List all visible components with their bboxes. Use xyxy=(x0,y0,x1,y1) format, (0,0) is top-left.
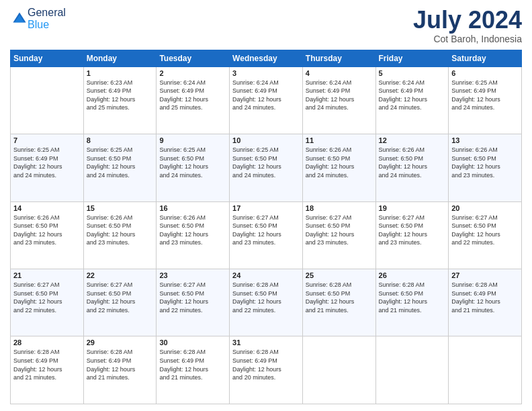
table-row: 2Sunrise: 6:24 AM Sunset: 6:49 PM Daylig… xyxy=(157,66,230,134)
table-row: 1Sunrise: 6:23 AM Sunset: 6:49 PM Daylig… xyxy=(83,66,157,134)
day-info: Sunrise: 6:26 AM Sunset: 6:50 PM Dayligh… xyxy=(379,146,446,179)
page: General Blue July 2024 Cot Baroh, Indone… xyxy=(0,0,532,411)
table-row: 12Sunrise: 6:26 AM Sunset: 6:50 PM Dayli… xyxy=(375,134,449,201)
calendar-week-row: 21Sunrise: 6:27 AM Sunset: 6:50 PM Dayli… xyxy=(11,269,522,336)
table-row: 7Sunrise: 6:25 AM Sunset: 6:49 PM Daylig… xyxy=(11,134,84,201)
table-row: 19Sunrise: 6:27 AM Sunset: 6:50 PM Dayli… xyxy=(375,201,449,269)
day-number: 3 xyxy=(232,69,300,77)
table-row: 29Sunrise: 6:28 AM Sunset: 6:49 PM Dayli… xyxy=(83,336,157,404)
day-info: Sunrise: 6:27 AM Sunset: 6:50 PM Dayligh… xyxy=(13,281,81,314)
day-info: Sunrise: 6:23 AM Sunset: 6:49 PM Dayligh… xyxy=(87,79,154,112)
col-monday: Monday xyxy=(83,50,157,66)
day-number: 13 xyxy=(451,136,519,144)
day-number: 6 xyxy=(451,69,519,77)
day-number: 20 xyxy=(451,204,519,212)
day-number: 14 xyxy=(13,204,81,212)
location: Cot Baroh, Indonesia xyxy=(413,34,522,44)
day-info: Sunrise: 6:26 AM Sunset: 6:50 PM Dayligh… xyxy=(306,146,373,179)
col-tuesday: Tuesday xyxy=(157,50,230,66)
table-row: 13Sunrise: 6:26 AM Sunset: 6:50 PM Dayli… xyxy=(449,134,522,201)
day-number: 18 xyxy=(306,204,373,212)
day-number: 16 xyxy=(159,204,226,212)
day-number: 7 xyxy=(13,136,81,144)
col-wednesday: Wednesday xyxy=(230,50,303,66)
table-row: 15Sunrise: 6:26 AM Sunset: 6:50 PM Dayli… xyxy=(83,201,157,269)
col-thursday: Thursday xyxy=(302,50,375,66)
table-row: 8Sunrise: 6:25 AM Sunset: 6:50 PM Daylig… xyxy=(83,134,157,201)
day-info: Sunrise: 6:28 AM Sunset: 6:49 PM Dayligh… xyxy=(232,348,300,381)
header: General Blue July 2024 Cot Baroh, Indone… xyxy=(10,7,522,44)
day-number: 12 xyxy=(379,136,446,144)
day-info: Sunrise: 6:28 AM Sunset: 6:50 PM Dayligh… xyxy=(379,281,446,314)
day-number: 29 xyxy=(87,338,154,347)
day-number: 1 xyxy=(87,69,154,77)
table-row: 23Sunrise: 6:27 AM Sunset: 6:50 PM Dayli… xyxy=(157,269,230,336)
month-title: July 2024 xyxy=(413,7,522,34)
day-number: 21 xyxy=(13,271,81,279)
day-info: Sunrise: 6:24 AM Sunset: 6:49 PM Dayligh… xyxy=(232,79,300,112)
day-info: Sunrise: 6:26 AM Sunset: 6:50 PM Dayligh… xyxy=(13,214,81,247)
day-info: Sunrise: 6:27 AM Sunset: 6:50 PM Dayligh… xyxy=(306,214,373,247)
day-number: 22 xyxy=(87,271,154,279)
table-row: 4Sunrise: 6:24 AM Sunset: 6:49 PM Daylig… xyxy=(302,66,375,134)
table-row: 10Sunrise: 6:25 AM Sunset: 6:50 PM Dayli… xyxy=(230,134,303,201)
table-row: 28Sunrise: 6:28 AM Sunset: 6:49 PM Dayli… xyxy=(11,336,84,404)
day-number: 5 xyxy=(379,69,446,77)
day-info: Sunrise: 6:28 AM Sunset: 6:49 PM Dayligh… xyxy=(13,348,81,381)
table-row xyxy=(375,336,449,404)
calendar-header-row: Sunday Monday Tuesday Wednesday Thursday… xyxy=(11,50,522,66)
day-info: Sunrise: 6:24 AM Sunset: 6:49 PM Dayligh… xyxy=(379,79,446,112)
day-info: Sunrise: 6:27 AM Sunset: 6:50 PM Dayligh… xyxy=(451,214,519,247)
day-info: Sunrise: 6:28 AM Sunset: 6:49 PM Dayligh… xyxy=(159,348,226,381)
calendar-week-row: 1Sunrise: 6:23 AM Sunset: 6:49 PM Daylig… xyxy=(11,66,522,134)
logo-icon xyxy=(11,11,28,27)
day-number: 8 xyxy=(87,136,154,144)
day-number: 30 xyxy=(159,338,226,347)
table-row: 20Sunrise: 6:27 AM Sunset: 6:50 PM Dayli… xyxy=(449,201,522,269)
day-info: Sunrise: 6:25 AM Sunset: 6:50 PM Dayligh… xyxy=(87,146,154,179)
day-info: Sunrise: 6:28 AM Sunset: 6:50 PM Dayligh… xyxy=(232,281,300,314)
table-row: 30Sunrise: 6:28 AM Sunset: 6:49 PM Dayli… xyxy=(157,336,230,404)
table-row: 5Sunrise: 6:24 AM Sunset: 6:49 PM Daylig… xyxy=(375,66,449,134)
table-row: 22Sunrise: 6:27 AM Sunset: 6:50 PM Dayli… xyxy=(83,269,157,336)
logo-blue-text: Blue xyxy=(28,19,49,30)
day-info: Sunrise: 6:25 AM Sunset: 6:49 PM Dayligh… xyxy=(13,146,81,179)
day-number: 28 xyxy=(13,338,81,347)
col-sunday: Sunday xyxy=(11,50,84,66)
day-number: 2 xyxy=(159,69,226,77)
table-row: 17Sunrise: 6:27 AM Sunset: 6:50 PM Dayli… xyxy=(230,201,303,269)
day-number: 27 xyxy=(451,271,519,279)
calendar-week-row: 14Sunrise: 6:26 AM Sunset: 6:50 PM Dayli… xyxy=(11,201,522,269)
title-block: July 2024 Cot Baroh, Indonesia xyxy=(413,7,522,44)
day-number: 10 xyxy=(232,136,300,144)
day-info: Sunrise: 6:25 AM Sunset: 6:49 PM Dayligh… xyxy=(451,79,519,112)
day-info: Sunrise: 6:25 AM Sunset: 6:50 PM Dayligh… xyxy=(232,146,300,179)
day-info: Sunrise: 6:26 AM Sunset: 6:50 PM Dayligh… xyxy=(451,146,519,179)
day-number: 25 xyxy=(306,271,373,279)
calendar-week-row: 28Sunrise: 6:28 AM Sunset: 6:49 PM Dayli… xyxy=(11,336,522,404)
logo: General Blue xyxy=(10,7,66,31)
day-info: Sunrise: 6:28 AM Sunset: 6:50 PM Dayligh… xyxy=(306,281,373,314)
day-info: Sunrise: 6:27 AM Sunset: 6:50 PM Dayligh… xyxy=(232,214,300,247)
table-row: 9Sunrise: 6:25 AM Sunset: 6:50 PM Daylig… xyxy=(157,134,230,201)
table-row: 11Sunrise: 6:26 AM Sunset: 6:50 PM Dayli… xyxy=(302,134,375,201)
day-info: Sunrise: 6:27 AM Sunset: 6:50 PM Dayligh… xyxy=(379,214,446,247)
col-friday: Friday xyxy=(375,50,449,66)
day-info: Sunrise: 6:25 AM Sunset: 6:50 PM Dayligh… xyxy=(159,146,226,179)
table-row: 31Sunrise: 6:28 AM Sunset: 6:49 PM Dayli… xyxy=(230,336,303,404)
day-info: Sunrise: 6:24 AM Sunset: 6:49 PM Dayligh… xyxy=(306,79,373,112)
day-info: Sunrise: 6:27 AM Sunset: 6:50 PM Dayligh… xyxy=(159,281,226,314)
table-row xyxy=(449,336,522,404)
table-row: 25Sunrise: 6:28 AM Sunset: 6:50 PM Dayli… xyxy=(302,269,375,336)
logo-general-text: General xyxy=(28,7,66,18)
day-number: 24 xyxy=(232,271,300,279)
day-number: 31 xyxy=(232,338,300,347)
day-number: 19 xyxy=(379,204,446,212)
day-number: 15 xyxy=(87,204,154,212)
table-row: 26Sunrise: 6:28 AM Sunset: 6:50 PM Dayli… xyxy=(375,269,449,336)
day-info: Sunrise: 6:24 AM Sunset: 6:49 PM Dayligh… xyxy=(159,79,226,112)
table-row xyxy=(11,66,84,134)
table-row: 27Sunrise: 6:28 AM Sunset: 6:49 PM Dayli… xyxy=(449,269,522,336)
table-row xyxy=(302,336,375,404)
table-row: 14Sunrise: 6:26 AM Sunset: 6:50 PM Dayli… xyxy=(11,201,84,269)
